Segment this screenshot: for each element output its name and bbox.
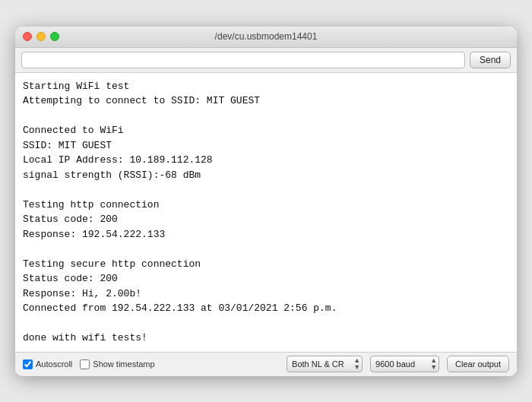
terminal-line: Status code: 200	[23, 212, 509, 227]
titlebar: /dev/cu.usbmodem14401	[15, 27, 517, 48]
baud-wrapper[interactable]: 300 baud1200 baud2400 baud4800 baud9600 …	[370, 356, 439, 372]
clear-output-button[interactable]: Clear output	[447, 356, 509, 372]
terminal-line	[23, 109, 509, 124]
line-ending-group: No line endingNewlineCarriage returnBoth…	[287, 356, 363, 372]
autoscroll-label: Autoscroll	[36, 359, 72, 369]
main-window: /dev/cu.usbmodem14401 Send Starting WiFi…	[15, 27, 517, 376]
autoscroll-group: Autoscroll	[23, 359, 72, 369]
terminal-line: Starting WiFi test	[23, 79, 509, 94]
status-bar: Autoscroll Show timestamp No line ending…	[15, 352, 517, 376]
terminal-line	[23, 242, 509, 257]
terminal-line: signal strength (RSSI):-68 dBm	[23, 168, 509, 183]
minimize-button[interactable]	[36, 32, 46, 41]
baud-select[interactable]: 300 baud1200 baud2400 baud4800 baud9600 …	[370, 356, 439, 372]
terminal-line: SSID: MIT GUEST	[23, 138, 509, 154]
close-button[interactable]	[23, 32, 32, 41]
toolbar: Send	[15, 48, 517, 73]
terminal-line: Local IP Address: 10.189.112.128	[23, 153, 509, 168]
terminal-line: done with wifi tests!	[23, 331, 509, 346]
terminal-line: Attempting to connect to SSID: MIT GUEST	[23, 93, 509, 109]
timestamp-group: Show timestamp	[80, 359, 154, 369]
terminal-line: Testing http connection	[23, 198, 509, 213]
terminal-output: Starting WiFi testAttempting to connect …	[15, 73, 517, 352]
baud-group: 300 baud1200 baud2400 baud4800 baud9600 …	[370, 356, 439, 372]
line-ending-select[interactable]: No line endingNewlineCarriage returnBoth…	[287, 356, 363, 372]
terminal-line: Response: 192.54.222.133	[23, 227, 509, 242]
terminal-line: Response: Hi, 2.00b!	[23, 286, 509, 302]
terminal-line: Status code: 200	[23, 271, 509, 286]
autoscroll-checkbox[interactable]	[23, 359, 33, 369]
terminal-line: Connected to WiFi	[23, 123, 509, 138]
terminal-line: Connected from 192.54.222.133 at 03/01/2…	[23, 301, 509, 316]
window-title: /dev/cu.usbmodem14401	[215, 31, 318, 42]
terminal-line	[23, 182, 509, 198]
timestamp-label: Show timestamp	[93, 359, 154, 369]
maximize-button[interactable]	[50, 32, 59, 41]
line-ending-wrapper[interactable]: No line endingNewlineCarriage returnBoth…	[287, 356, 363, 372]
traffic-lights	[23, 32, 59, 41]
terminal-line: Testing secure http connection	[23, 257, 509, 272]
terminal-line	[23, 316, 509, 331]
send-button[interactable]: Send	[470, 52, 511, 68]
message-input[interactable]	[21, 52, 465, 68]
timestamp-checkbox[interactable]	[80, 359, 90, 369]
